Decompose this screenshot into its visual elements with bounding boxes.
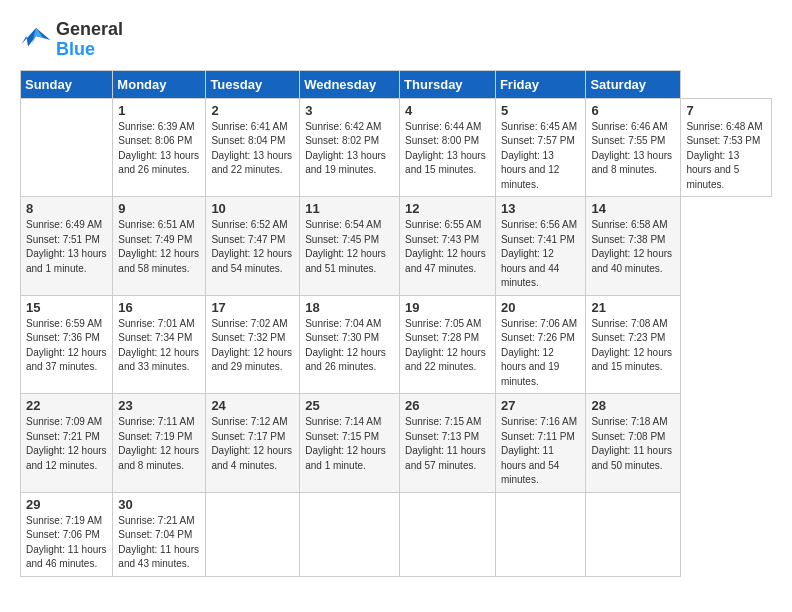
calendar-cell: 15 Sunrise: 6:59 AMSunset: 7:36 PMDaylig…	[21, 295, 113, 394]
calendar-cell: 23 Sunrise: 7:11 AMSunset: 7:19 PMDaylig…	[113, 394, 206, 493]
header-wednesday: Wednesday	[300, 70, 400, 98]
day-number: 15	[26, 300, 107, 315]
calendar-header-row: SundayMondayTuesdayWednesdayThursdayFrid…	[21, 70, 772, 98]
day-number: 21	[591, 300, 675, 315]
day-number: 17	[211, 300, 294, 315]
week-row-4: 22 Sunrise: 7:09 AMSunset: 7:21 PMDaylig…	[21, 394, 772, 493]
day-info: Sunrise: 6:49 AMSunset: 7:51 PMDaylight:…	[26, 218, 107, 276]
calendar-cell: 8 Sunrise: 6:49 AMSunset: 7:51 PMDayligh…	[21, 197, 113, 296]
day-info: Sunrise: 7:04 AMSunset: 7:30 PMDaylight:…	[305, 317, 394, 375]
day-info: Sunrise: 7:01 AMSunset: 7:34 PMDaylight:…	[118, 317, 200, 375]
header-monday: Monday	[113, 70, 206, 98]
logo-general: General	[56, 20, 123, 40]
day-info: Sunrise: 7:14 AMSunset: 7:15 PMDaylight:…	[305, 415, 394, 473]
calendar-cell	[586, 492, 681, 576]
day-number: 13	[501, 201, 581, 216]
day-info: Sunrise: 6:41 AMSunset: 8:04 PMDaylight:…	[211, 120, 294, 178]
logo-icon	[20, 24, 52, 56]
calendar-cell	[400, 492, 496, 576]
calendar-cell: 6 Sunrise: 6:46 AMSunset: 7:55 PMDayligh…	[586, 98, 681, 197]
calendar-cell: 18 Sunrise: 7:04 AMSunset: 7:30 PMDaylig…	[300, 295, 400, 394]
day-number: 14	[591, 201, 675, 216]
day-info: Sunrise: 7:16 AMSunset: 7:11 PMDaylight:…	[501, 415, 581, 488]
week-row-1: 1 Sunrise: 6:39 AMSunset: 8:06 PMDayligh…	[21, 98, 772, 197]
day-info: Sunrise: 6:46 AMSunset: 7:55 PMDaylight:…	[591, 120, 675, 178]
day-number: 23	[118, 398, 200, 413]
day-info: Sunrise: 7:05 AMSunset: 7:28 PMDaylight:…	[405, 317, 490, 375]
day-info: Sunrise: 6:54 AMSunset: 7:45 PMDaylight:…	[305, 218, 394, 276]
calendar-table: SundayMondayTuesdayWednesdayThursdayFrid…	[20, 70, 772, 577]
day-info: Sunrise: 6:58 AMSunset: 7:38 PMDaylight:…	[591, 218, 675, 276]
day-info: Sunrise: 6:42 AMSunset: 8:02 PMDaylight:…	[305, 120, 394, 178]
calendar-cell	[495, 492, 586, 576]
day-number: 20	[501, 300, 581, 315]
day-number: 29	[26, 497, 107, 512]
calendar-cell	[21, 98, 113, 197]
day-number: 18	[305, 300, 394, 315]
week-row-2: 8 Sunrise: 6:49 AMSunset: 7:51 PMDayligh…	[21, 197, 772, 296]
calendar-cell: 29 Sunrise: 7:19 AMSunset: 7:06 PMDaylig…	[21, 492, 113, 576]
day-number: 16	[118, 300, 200, 315]
day-number: 11	[305, 201, 394, 216]
day-info: Sunrise: 6:55 AMSunset: 7:43 PMDaylight:…	[405, 218, 490, 276]
day-info: Sunrise: 7:18 AMSunset: 7:08 PMDaylight:…	[591, 415, 675, 473]
calendar-cell: 14 Sunrise: 6:58 AMSunset: 7:38 PMDaylig…	[586, 197, 681, 296]
header-thursday: Thursday	[400, 70, 496, 98]
calendar-cell: 21 Sunrise: 7:08 AMSunset: 7:23 PMDaylig…	[586, 295, 681, 394]
day-number: 2	[211, 103, 294, 118]
day-info: Sunrise: 6:48 AMSunset: 7:53 PMDaylight:…	[686, 120, 766, 193]
day-number: 30	[118, 497, 200, 512]
calendar-cell: 12 Sunrise: 6:55 AMSunset: 7:43 PMDaylig…	[400, 197, 496, 296]
day-info: Sunrise: 7:06 AMSunset: 7:26 PMDaylight:…	[501, 317, 581, 390]
calendar-cell: 19 Sunrise: 7:05 AMSunset: 7:28 PMDaylig…	[400, 295, 496, 394]
day-number: 28	[591, 398, 675, 413]
calendar-cell: 24 Sunrise: 7:12 AMSunset: 7:17 PMDaylig…	[206, 394, 300, 493]
calendar-cell: 7 Sunrise: 6:48 AMSunset: 7:53 PMDayligh…	[681, 98, 772, 197]
header-friday: Friday	[495, 70, 586, 98]
header-saturday: Saturday	[586, 70, 681, 98]
day-info: Sunrise: 6:51 AMSunset: 7:49 PMDaylight:…	[118, 218, 200, 276]
day-number: 22	[26, 398, 107, 413]
day-number: 7	[686, 103, 766, 118]
calendar-cell: 27 Sunrise: 7:16 AMSunset: 7:11 PMDaylig…	[495, 394, 586, 493]
calendar-cell: 26 Sunrise: 7:15 AMSunset: 7:13 PMDaylig…	[400, 394, 496, 493]
calendar-cell: 20 Sunrise: 7:06 AMSunset: 7:26 PMDaylig…	[495, 295, 586, 394]
calendar-cell: 1 Sunrise: 6:39 AMSunset: 8:06 PMDayligh…	[113, 98, 206, 197]
calendar-cell: 10 Sunrise: 6:52 AMSunset: 7:47 PMDaylig…	[206, 197, 300, 296]
day-info: Sunrise: 6:39 AMSunset: 8:06 PMDaylight:…	[118, 120, 200, 178]
day-number: 4	[405, 103, 490, 118]
calendar-cell: 11 Sunrise: 6:54 AMSunset: 7:45 PMDaylig…	[300, 197, 400, 296]
calendar-cell	[206, 492, 300, 576]
day-info: Sunrise: 7:21 AMSunset: 7:04 PMDaylight:…	[118, 514, 200, 572]
logo-blue: Blue	[56, 40, 123, 60]
day-info: Sunrise: 6:45 AMSunset: 7:57 PMDaylight:…	[501, 120, 581, 193]
week-row-5: 29 Sunrise: 7:19 AMSunset: 7:06 PMDaylig…	[21, 492, 772, 576]
day-info: Sunrise: 7:08 AMSunset: 7:23 PMDaylight:…	[591, 317, 675, 375]
day-number: 10	[211, 201, 294, 216]
day-info: Sunrise: 6:59 AMSunset: 7:36 PMDaylight:…	[26, 317, 107, 375]
calendar-cell: 25 Sunrise: 7:14 AMSunset: 7:15 PMDaylig…	[300, 394, 400, 493]
calendar-cell: 3 Sunrise: 6:42 AMSunset: 8:02 PMDayligh…	[300, 98, 400, 197]
calendar-cell: 5 Sunrise: 6:45 AMSunset: 7:57 PMDayligh…	[495, 98, 586, 197]
page-header: General Blue	[20, 20, 772, 60]
day-info: Sunrise: 7:12 AMSunset: 7:17 PMDaylight:…	[211, 415, 294, 473]
day-number: 5	[501, 103, 581, 118]
calendar-cell	[300, 492, 400, 576]
header-sunday: Sunday	[21, 70, 113, 98]
day-number: 27	[501, 398, 581, 413]
day-number: 25	[305, 398, 394, 413]
day-number: 19	[405, 300, 490, 315]
calendar-cell: 17 Sunrise: 7:02 AMSunset: 7:32 PMDaylig…	[206, 295, 300, 394]
calendar-cell: 22 Sunrise: 7:09 AMSunset: 7:21 PMDaylig…	[21, 394, 113, 493]
day-number: 26	[405, 398, 490, 413]
day-number: 12	[405, 201, 490, 216]
calendar-cell: 30 Sunrise: 7:21 AMSunset: 7:04 PMDaylig…	[113, 492, 206, 576]
week-row-3: 15 Sunrise: 6:59 AMSunset: 7:36 PMDaylig…	[21, 295, 772, 394]
calendar-cell: 9 Sunrise: 6:51 AMSunset: 7:49 PMDayligh…	[113, 197, 206, 296]
calendar-cell: 28 Sunrise: 7:18 AMSunset: 7:08 PMDaylig…	[586, 394, 681, 493]
day-info: Sunrise: 6:44 AMSunset: 8:00 PMDaylight:…	[405, 120, 490, 178]
calendar-cell: 16 Sunrise: 7:01 AMSunset: 7:34 PMDaylig…	[113, 295, 206, 394]
day-number: 3	[305, 103, 394, 118]
day-info: Sunrise: 6:52 AMSunset: 7:47 PMDaylight:…	[211, 218, 294, 276]
logo: General Blue	[20, 20, 123, 60]
